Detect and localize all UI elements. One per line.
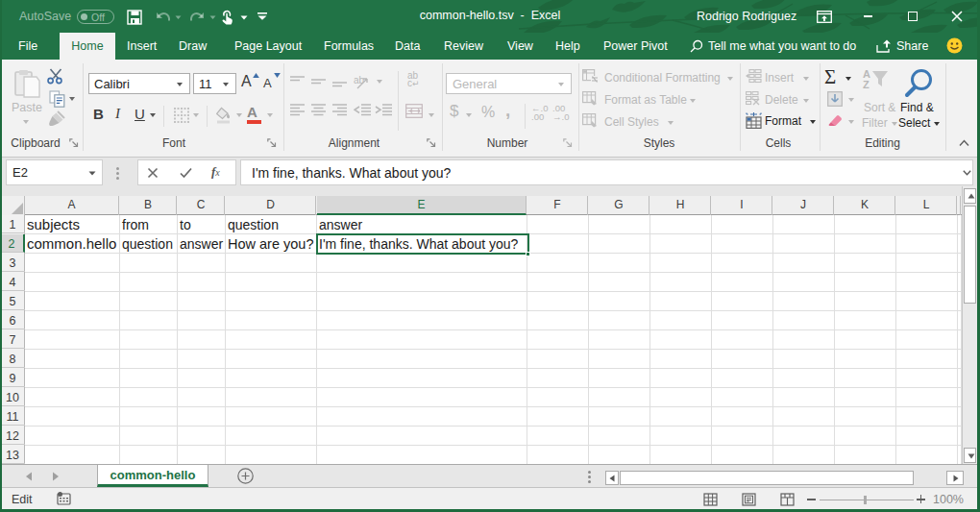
- svg-text:ab: ab: [354, 75, 365, 85]
